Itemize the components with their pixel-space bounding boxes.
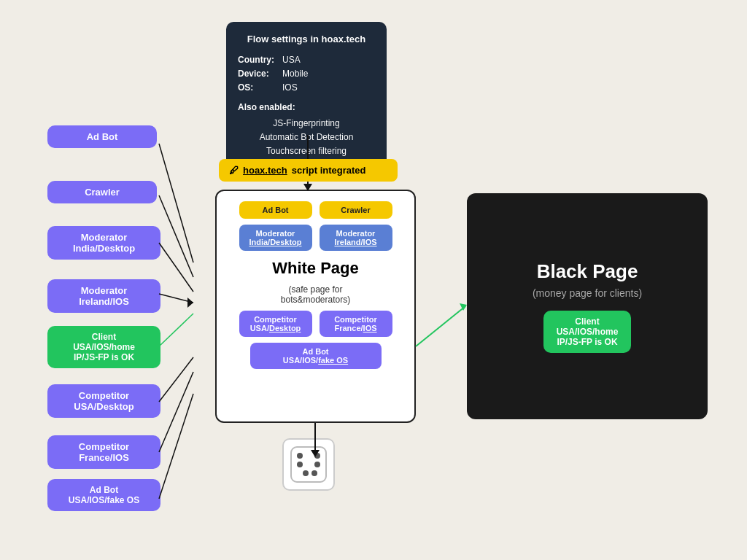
left-competitor-france-chip: CompetitorFrance/IOS <box>47 435 160 469</box>
white-page-sub: (safe page forbots&moderators) <box>281 284 350 305</box>
left-mod-ireland-chip: ModeratorIreland/IOS <box>47 279 160 313</box>
country-value: USA <box>282 53 301 67</box>
black-page-container: Black Page (money page for clients) Clie… <box>467 193 708 419</box>
svg-line-2 <box>159 243 193 292</box>
hoax-banner: 🖊 hoax.tech script integrated <box>219 159 398 182</box>
left-competitor-usa-chip: CompetitorUSA/Desktop <box>47 384 160 418</box>
svg-point-22 <box>311 470 317 476</box>
white-page-ad-bot-fake: Ad BotUSA/IOS/fake OS <box>250 343 382 369</box>
feature-bot: Automatic Bot Detection <box>238 131 375 144</box>
left-mod-india-chip: ModeratorIndia/Desktop <box>47 226 160 260</box>
svg-line-6 <box>159 372 193 452</box>
left-client-chip: ClientUSA/IOS/homeIP/JS-FP is OK <box>47 326 160 368</box>
feature-touch: Touchscreen filtering <box>238 144 375 158</box>
inner-competitor-usa-chip: CompetitorUSA/Desktop <box>239 311 312 337</box>
white-page-competitors: CompetitorUSA/Desktop CompetitorFrance/I… <box>227 311 404 337</box>
svg-point-19 <box>297 462 303 467</box>
white-page-container: Ad Bot Crawler ModeratorIndia/Desktop Mo… <box>215 190 416 423</box>
left-ad-bot-fake-chip: Ad BotUSA/IOS/fake OS <box>47 479 160 511</box>
svg-line-0 <box>159 144 193 262</box>
svg-marker-15 <box>460 303 467 311</box>
inner-mod-india-chip: ModeratorIndia/Desktop <box>239 225 312 251</box>
inner-ad-bot-fake-chip: Ad BotUSA/IOS/fake OS <box>250 343 382 369</box>
dice-icon <box>290 446 328 483</box>
svg-line-7 <box>159 394 193 499</box>
flow-settings-title: Flow settings in hoax.tech <box>238 32 375 47</box>
device-label: Device: <box>238 67 278 81</box>
os-label: OS: <box>238 81 278 95</box>
dice-box <box>282 438 335 491</box>
svg-line-4 <box>159 314 193 346</box>
inner-crawler-chip: Crawler <box>320 201 392 219</box>
left-ad-bot-chip: Ad Bot <box>47 125 157 148</box>
svg-point-21 <box>303 470 309 476</box>
inner-competitor-france-chip: CompetitorFrance/IOS <box>320 311 392 337</box>
hoax-icon: 🖊 <box>229 165 239 176</box>
device-value: Mobile <box>282 67 308 81</box>
black-page-sub: (money page for clients) <box>533 287 642 299</box>
svg-point-20 <box>314 462 320 467</box>
inner-ad-bot-chip: Ad Bot <box>239 201 312 219</box>
hoax-suffix: script integrated <box>292 165 366 176</box>
left-crawler-chip: Crawler <box>47 181 157 203</box>
feature-js: JS-Fingerprinting <box>238 117 375 131</box>
svg-line-5 <box>159 357 193 402</box>
diagram-container: Flow settings in hoax.tech Country: USA … <box>0 0 747 560</box>
white-page-top-bots: Ad Bot Crawler <box>227 201 404 219</box>
svg-line-14 <box>416 306 465 346</box>
svg-line-1 <box>159 195 193 277</box>
svg-point-18 <box>314 453 320 459</box>
client-black-chip: ClientUSA/IOS/homeIP/JS-FP is OK <box>543 311 632 353</box>
also-enabled-label: Also enabled: <box>238 101 375 114</box>
os-value: IOS <box>282 81 298 95</box>
country-label: Country: <box>238 53 278 67</box>
svg-rect-16 <box>291 447 326 482</box>
flow-settings-box: Flow settings in hoax.tech Country: USA … <box>226 22 387 168</box>
svg-marker-8 <box>187 298 193 308</box>
inner-mod-ireland-chip: ModeratorIreland/IOS <box>320 225 392 251</box>
black-page-title: Black Page <box>537 260 638 283</box>
white-page-title: White Page <box>272 260 359 277</box>
hoax-name: hoax.tech <box>243 165 287 176</box>
svg-line-3 <box>159 294 193 303</box>
svg-point-17 <box>297 453 303 459</box>
white-page-mods: ModeratorIndia/Desktop ModeratorIreland/… <box>227 225 404 251</box>
